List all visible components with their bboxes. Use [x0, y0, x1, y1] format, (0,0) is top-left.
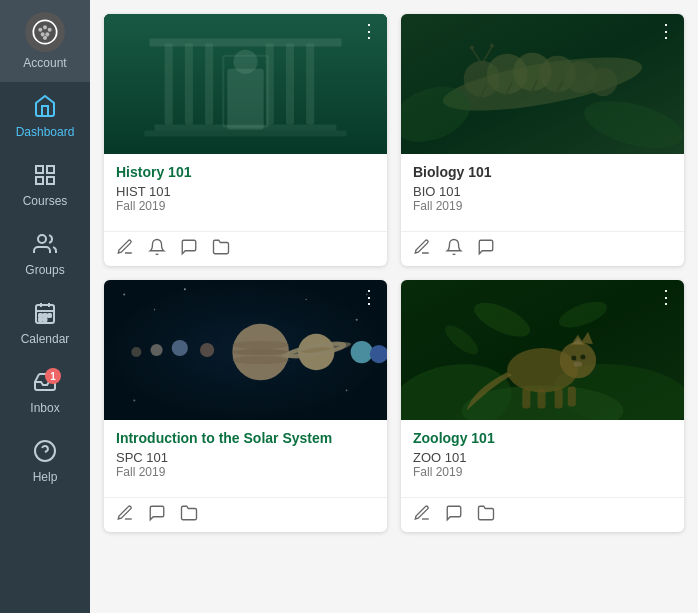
account-avatar: [25, 12, 65, 52]
help-icon: [33, 439, 57, 466]
assignments-icon[interactable]: [413, 238, 431, 256]
svg-rect-9: [47, 177, 54, 184]
card-menu-button[interactable]: ⋮: [360, 288, 379, 306]
svg-rect-20: [44, 318, 47, 321]
svg-point-2: [44, 26, 46, 28]
card-menu-button[interactable]: ⋮: [360, 22, 379, 40]
image-overlay: [401, 280, 684, 420]
sidebar-item-label: Help: [33, 470, 58, 484]
course-card-solar: ⋮ Introduction to the Solar System SPC 1…: [104, 280, 387, 532]
svg-point-5: [46, 33, 48, 35]
dashboard-icon: [33, 94, 57, 121]
sidebar-item-courses[interactable]: Courses: [0, 151, 90, 220]
card-menu-button[interactable]: ⋮: [657, 288, 676, 306]
sidebar-item-account[interactable]: Account: [0, 0, 90, 82]
course-code: BIO 101: [413, 184, 672, 199]
sidebar-item-groups[interactable]: Groups: [0, 220, 90, 289]
card-body-solar: Introduction to the Solar System SPC 101…: [104, 420, 387, 497]
inbox-icon-wrapper: 1: [33, 370, 57, 397]
svg-rect-18: [48, 314, 51, 317]
course-semester: Fall 2019: [116, 465, 375, 479]
sidebar-item-label: Dashboard: [16, 125, 75, 139]
card-actions-zoology101: [401, 497, 684, 532]
image-overlay: [104, 280, 387, 420]
svg-rect-16: [39, 314, 42, 317]
card-image-biology101: ⋮: [401, 14, 684, 154]
files-icon[interactable]: [212, 238, 230, 256]
course-title: Introduction to the Solar System: [116, 430, 375, 446]
course-card-biology101: ⋮ Biology 101 BIO 101 Fall 2019: [401, 14, 684, 266]
course-title: History 101: [116, 164, 375, 180]
card-body-zoology101: Zoology 101 ZOO 101 Fall 2019: [401, 420, 684, 497]
discussions-icon[interactable]: [445, 504, 463, 522]
sidebar-item-label: Courses: [23, 194, 68, 208]
course-title: Biology 101: [413, 164, 672, 180]
card-menu-button[interactable]: ⋮: [657, 22, 676, 40]
assignments-icon[interactable]: [413, 504, 431, 522]
course-card-zoology101: ⋮ Zoology 101 ZOO 101 Fall 2019: [401, 280, 684, 532]
course-card-history101: ⋮ History 101 HIST 101 Fall 2019: [104, 14, 387, 266]
card-image-zoology101: ⋮: [401, 280, 684, 420]
inbox-icon: [33, 383, 57, 397]
card-body-history101: History 101 HIST 101 Fall 2019: [104, 154, 387, 231]
course-code: ZOO 101: [413, 450, 672, 465]
svg-rect-10: [36, 177, 43, 184]
image-overlay: [401, 14, 684, 154]
card-image-history101: ⋮: [104, 14, 387, 154]
svg-point-4: [42, 33, 44, 35]
course-code: HIST 101: [116, 184, 375, 199]
sidebar-item-label: Groups: [25, 263, 64, 277]
sidebar-item-label: Calendar: [21, 332, 70, 346]
card-actions-solar: [104, 497, 387, 532]
discussions-icon[interactable]: [180, 238, 198, 256]
svg-rect-17: [44, 314, 47, 317]
courses-icon: [33, 163, 57, 190]
calendar-icon: [33, 301, 57, 328]
course-semester: Fall 2019: [413, 199, 672, 213]
card-image-solar: ⋮: [104, 280, 387, 420]
sidebar-item-label: Inbox: [30, 401, 59, 415]
svg-point-0: [33, 20, 56, 43]
inbox-badge: 1: [45, 368, 61, 384]
announcements-icon[interactable]: [148, 238, 166, 256]
assignments-icon[interactable]: [116, 238, 134, 256]
sidebar-item-dashboard[interactable]: Dashboard: [0, 82, 90, 151]
assignments-icon[interactable]: [116, 504, 134, 522]
svg-rect-8: [47, 166, 54, 173]
discussions-icon[interactable]: [477, 238, 495, 256]
course-semester: Fall 2019: [116, 199, 375, 213]
course-grid: ⋮ History 101 HIST 101 Fall 2019: [104, 14, 684, 532]
main-content: ⋮ History 101 HIST 101 Fall 2019: [90, 0, 698, 613]
svg-point-6: [44, 37, 46, 39]
svg-rect-19: [39, 318, 42, 321]
svg-rect-7: [36, 166, 43, 173]
discussions-icon[interactable]: [148, 504, 166, 522]
sidebar-item-label: Account: [23, 56, 66, 70]
sidebar-item-help[interactable]: Help: [0, 427, 90, 496]
svg-point-11: [38, 235, 46, 243]
svg-point-1: [39, 29, 41, 31]
announcements-icon[interactable]: [445, 238, 463, 256]
card-actions-history101: [104, 231, 387, 266]
image-overlay: [104, 14, 387, 154]
course-code: SPC 101: [116, 450, 375, 465]
groups-icon: [33, 232, 57, 259]
svg-point-3: [49, 29, 51, 31]
files-icon[interactable]: [477, 504, 495, 522]
course-title: Zoology 101: [413, 430, 672, 446]
sidebar: Account Dashboard Courses: [0, 0, 90, 613]
files-icon[interactable]: [180, 504, 198, 522]
card-body-biology101: Biology 101 BIO 101 Fall 2019: [401, 154, 684, 231]
sidebar-item-inbox[interactable]: 1 Inbox: [0, 358, 90, 427]
course-semester: Fall 2019: [413, 465, 672, 479]
card-actions-biology101: [401, 231, 684, 266]
sidebar-item-calendar[interactable]: Calendar: [0, 289, 90, 358]
